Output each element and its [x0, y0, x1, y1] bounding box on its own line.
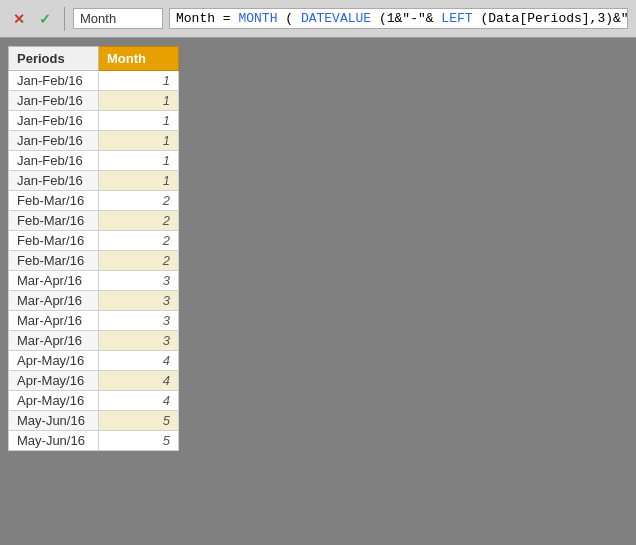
cell-month: 3	[99, 311, 179, 331]
formula-text-eq: =	[223, 11, 239, 26]
table-row: Feb-Mar/162	[9, 191, 179, 211]
cell-periods: Mar-Apr/16	[9, 311, 99, 331]
cell-periods: Mar-Apr/16	[9, 331, 99, 351]
cell-periods: Feb-Mar/16	[9, 211, 99, 231]
cell-periods: Mar-Apr/16	[9, 271, 99, 291]
table-area: Periods Month Jan-Feb/161Jan-Feb/161Jan-…	[0, 38, 636, 459]
formula-text-month-fn: MONTH	[238, 11, 277, 26]
cell-month: 5	[99, 431, 179, 451]
table-row: May-Jun/165	[9, 431, 179, 451]
col-header-month[interactable]: Month	[99, 47, 179, 71]
table-row: Jan-Feb/161	[9, 131, 179, 151]
cell-month: 1	[99, 71, 179, 91]
table-row: Apr-May/164	[9, 351, 179, 371]
formula-text-args: (Data[Periods],3)&"-	[480, 11, 628, 26]
cell-periods: Feb-Mar/16	[9, 251, 99, 271]
cell-periods: Jan-Feb/16	[9, 71, 99, 91]
cancel-button[interactable]: ✕	[8, 8, 30, 30]
cell-month: 4	[99, 391, 179, 411]
formula-text-month: Month	[176, 11, 215, 26]
cell-month: 2	[99, 231, 179, 251]
col-header-periods[interactable]: Periods	[9, 47, 99, 71]
table-row: May-Jun/165	[9, 411, 179, 431]
table-row: Jan-Feb/161	[9, 91, 179, 111]
formula-bar-buttons: ✕ ✓	[8, 8, 56, 30]
cell-month: 2	[99, 191, 179, 211]
cell-periods: May-Jun/16	[9, 411, 99, 431]
cell-periods: Feb-Mar/16	[9, 231, 99, 251]
formula-text-left: LEFT	[441, 11, 472, 26]
formula-name-box[interactable]: Month	[73, 8, 163, 29]
formula-bar: ✕ ✓ Month Month = MONTH ( DATEVALUE (1&"…	[0, 0, 636, 38]
cell-month: 4	[99, 351, 179, 371]
cell-periods: Jan-Feb/16	[9, 91, 99, 111]
table-row: Mar-Apr/163	[9, 291, 179, 311]
cell-periods: Mar-Apr/16	[9, 291, 99, 311]
cell-periods: May-Jun/16	[9, 431, 99, 451]
cell-month: 3	[99, 271, 179, 291]
formula-text-datevalue: DATEVALUE	[301, 11, 371, 26]
data-table: Periods Month Jan-Feb/161Jan-Feb/161Jan-…	[8, 46, 179, 451]
cell-month: 1	[99, 131, 179, 151]
cell-periods: Feb-Mar/16	[9, 191, 99, 211]
table-row: Jan-Feb/161	[9, 151, 179, 171]
table-row: Apr-May/164	[9, 371, 179, 391]
cell-month: 2	[99, 211, 179, 231]
table-row: Apr-May/164	[9, 391, 179, 411]
table-row: Mar-Apr/163	[9, 311, 179, 331]
formula-separator	[64, 7, 65, 31]
cell-periods: Apr-May/16	[9, 351, 99, 371]
cell-month: 5	[99, 411, 179, 431]
cell-month: 1	[99, 151, 179, 171]
table-row: Feb-Mar/162	[9, 211, 179, 231]
cell-month: 1	[99, 91, 179, 111]
confirm-button[interactable]: ✓	[34, 8, 56, 30]
cell-month: 2	[99, 251, 179, 271]
cell-month: 3	[99, 331, 179, 351]
cell-periods: Apr-May/16	[9, 371, 99, 391]
table-row: Jan-Feb/161	[9, 71, 179, 91]
cell-month: 3	[99, 291, 179, 311]
cell-month: 1	[99, 111, 179, 131]
table-row: Feb-Mar/162	[9, 231, 179, 251]
table-row: Jan-Feb/161	[9, 171, 179, 191]
cell-periods: Jan-Feb/16	[9, 151, 99, 171]
cell-periods: Jan-Feb/16	[9, 111, 99, 131]
cell-month: 1	[99, 171, 179, 191]
table-row: Mar-Apr/163	[9, 331, 179, 351]
table-row: Mar-Apr/163	[9, 271, 179, 291]
formula-text-concat1: (1&"-"&	[379, 11, 434, 26]
cell-periods: Apr-May/16	[9, 391, 99, 411]
table-row: Jan-Feb/161	[9, 111, 179, 131]
table-header-row: Periods Month	[9, 47, 179, 71]
table-row: Feb-Mar/162	[9, 251, 179, 271]
formula-text-paren1: (	[285, 11, 293, 26]
cell-month: 4	[99, 371, 179, 391]
formula-input[interactable]: Month = MONTH ( DATEVALUE (1&"-"& LEFT (…	[169, 8, 628, 29]
cell-periods: Jan-Feb/16	[9, 131, 99, 151]
cell-periods: Jan-Feb/16	[9, 171, 99, 191]
